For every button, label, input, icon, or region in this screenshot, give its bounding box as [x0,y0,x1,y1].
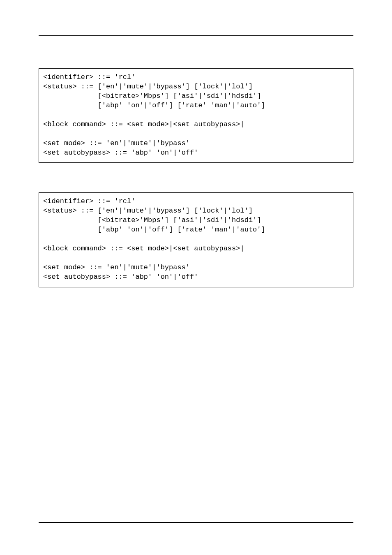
top-horizontal-rule [39,35,353,36]
block-gap [39,163,353,192]
bottom-horizontal-rule [39,522,353,523]
grammar-block-2: <identifier> ::= 'rcl' <status> ::= ['en… [39,192,353,287]
grammar-block-1: <identifier> ::= 'rcl' <status> ::= ['en… [39,68,353,163]
